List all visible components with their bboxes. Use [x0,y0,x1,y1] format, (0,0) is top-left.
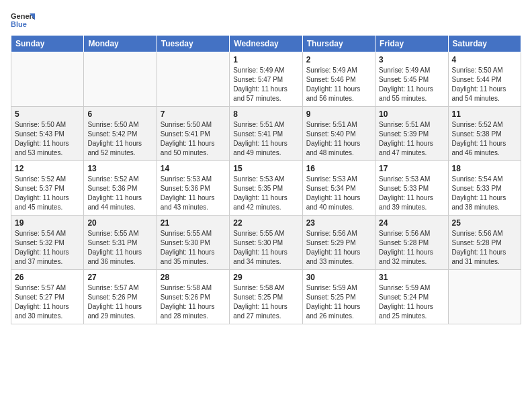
day-number: 8 [233,109,298,119]
day-number: 16 [306,164,371,173]
calendar-cell: 25 Sunrise: 5:56 AMSunset: 5:28 PMDaylig… [448,216,521,270]
calendar-cell: 14 Sunrise: 5:53 AMSunset: 5:36 PMDaylig… [157,161,229,216]
calendar-cell: 21 Sunrise: 5:55 AMSunset: 5:30 PMDaylig… [157,216,229,270]
calendar-cell: 7 Sunrise: 5:50 AMSunset: 5:41 PMDayligh… [157,107,229,161]
page-header: General Blue [11,11,521,30]
svg-text:Blue: Blue [11,20,27,28]
day-number: 21 [161,218,226,228]
day-info: Sunrise: 5:55 AMSunset: 5:30 PMDaylight:… [233,229,298,267]
calendar-cell: 19 Sunrise: 5:54 AMSunset: 5:32 PMDaylig… [11,216,84,270]
day-info: Sunrise: 5:52 AMSunset: 5:37 PMDaylight:… [15,175,80,212]
calendar-cell: 13 Sunrise: 5:52 AMSunset: 5:36 PMDaylig… [84,161,157,216]
day-number: 17 [379,164,444,173]
calendar-cell: 29 Sunrise: 5:58 AMSunset: 5:25 PMDaylig… [230,270,302,324]
day-info: Sunrise: 5:57 AMSunset: 5:26 PMDaylight:… [87,283,152,321]
day-number: 4 [452,55,517,64]
calendar-cell [157,52,229,107]
day-number: 12 [15,164,80,173]
day-number: 7 [161,109,226,119]
logo-icon: General Blue [11,11,35,30]
calendar-week-row: 19 Sunrise: 5:54 AMSunset: 5:32 PMDaylig… [11,216,521,270]
calendar-cell: 31 Sunrise: 5:59 AMSunset: 5:24 PMDaylig… [375,270,448,324]
day-info: Sunrise: 5:49 AMSunset: 5:46 PMDaylight:… [306,66,371,103]
weekday-header: Saturday [448,36,521,52]
day-number: 3 [379,55,444,64]
calendar-cell: 12 Sunrise: 5:52 AMSunset: 5:37 PMDaylig… [11,161,84,216]
day-info: Sunrise: 5:54 AMSunset: 5:33 PMDaylight:… [452,175,517,212]
day-info: Sunrise: 5:58 AMSunset: 5:25 PMDaylight:… [233,283,298,321]
calendar-table: SundayMondayTuesdayWednesdayThursdayFrid… [11,35,521,324]
day-number: 15 [233,164,298,173]
calendar-cell: 15 Sunrise: 5:53 AMSunset: 5:35 PMDaylig… [230,161,302,216]
day-number: 9 [306,109,371,119]
calendar-cell [11,52,84,107]
day-number: 18 [452,164,517,173]
calendar-cell: 22 Sunrise: 5:55 AMSunset: 5:30 PMDaylig… [230,216,302,270]
day-info: Sunrise: 5:52 AMSunset: 5:36 PMDaylight:… [87,175,152,212]
calendar-week-row: 5 Sunrise: 5:50 AMSunset: 5:43 PMDayligh… [11,107,521,161]
day-number: 22 [233,218,298,228]
day-number: 1 [233,55,298,64]
day-number: 10 [379,109,444,119]
day-info: Sunrise: 5:55 AMSunset: 5:31 PMDaylight:… [87,229,152,267]
calendar-cell: 4 Sunrise: 5:50 AMSunset: 5:44 PMDayligh… [448,52,521,107]
day-info: Sunrise: 5:50 AMSunset: 5:44 PMDaylight:… [452,66,517,103]
day-number: 13 [87,164,152,173]
day-info: Sunrise: 5:56 AMSunset: 5:28 PMDaylight:… [452,229,517,267]
day-number: 2 [306,55,371,64]
day-info: Sunrise: 5:52 AMSunset: 5:38 PMDaylight:… [452,120,517,158]
calendar-cell: 23 Sunrise: 5:56 AMSunset: 5:29 PMDaylig… [302,216,375,270]
day-info: Sunrise: 5:55 AMSunset: 5:30 PMDaylight:… [161,229,226,267]
calendar-week-row: 1 Sunrise: 5:49 AMSunset: 5:47 PMDayligh… [11,52,521,107]
weekday-header: Friday [375,36,448,52]
day-number: 19 [15,218,80,228]
day-number: 26 [15,273,80,282]
calendar-cell: 10 Sunrise: 5:51 AMSunset: 5:39 PMDaylig… [375,107,448,161]
day-info: Sunrise: 5:50 AMSunset: 5:41 PMDaylight:… [161,120,226,158]
day-info: Sunrise: 5:51 AMSunset: 5:39 PMDaylight:… [379,120,444,158]
day-number: 24 [379,218,444,228]
calendar-cell: 3 Sunrise: 5:49 AMSunset: 5:45 PMDayligh… [375,52,448,107]
day-info: Sunrise: 5:53 AMSunset: 5:36 PMDaylight:… [161,175,226,212]
day-number: 30 [306,273,371,282]
day-number: 25 [452,218,517,228]
calendar-cell: 28 Sunrise: 5:58 AMSunset: 5:26 PMDaylig… [157,270,229,324]
calendar-cell: 11 Sunrise: 5:52 AMSunset: 5:38 PMDaylig… [448,107,521,161]
day-info: Sunrise: 5:56 AMSunset: 5:28 PMDaylight:… [379,229,444,267]
calendar-cell [84,52,157,107]
day-number: 5 [15,109,80,119]
calendar-cell: 9 Sunrise: 5:51 AMSunset: 5:40 PMDayligh… [302,107,375,161]
calendar-cell: 16 Sunrise: 5:53 AMSunset: 5:34 PMDaylig… [302,161,375,216]
day-info: Sunrise: 5:56 AMSunset: 5:29 PMDaylight:… [306,229,371,267]
day-info: Sunrise: 5:51 AMSunset: 5:41 PMDaylight:… [233,120,298,158]
calendar-cell: 8 Sunrise: 5:51 AMSunset: 5:41 PMDayligh… [230,107,302,161]
calendar-cell: 20 Sunrise: 5:55 AMSunset: 5:31 PMDaylig… [84,216,157,270]
calendar-cell: 26 Sunrise: 5:57 AMSunset: 5:27 PMDaylig… [11,270,84,324]
day-number: 6 [87,109,152,119]
calendar-cell: 1 Sunrise: 5:49 AMSunset: 5:47 PMDayligh… [230,52,302,107]
day-info: Sunrise: 5:53 AMSunset: 5:34 PMDaylight:… [306,175,371,212]
day-info: Sunrise: 5:57 AMSunset: 5:27 PMDaylight:… [15,283,80,321]
day-info: Sunrise: 5:54 AMSunset: 5:32 PMDaylight:… [15,229,80,267]
calendar-cell: 5 Sunrise: 5:50 AMSunset: 5:43 PMDayligh… [11,107,84,161]
calendar-cell: 17 Sunrise: 5:53 AMSunset: 5:33 PMDaylig… [375,161,448,216]
day-number: 11 [452,109,517,119]
day-info: Sunrise: 5:50 AMSunset: 5:42 PMDaylight:… [87,120,152,158]
day-info: Sunrise: 5:53 AMSunset: 5:35 PMDaylight:… [233,175,298,212]
calendar-cell: 18 Sunrise: 5:54 AMSunset: 5:33 PMDaylig… [448,161,521,216]
calendar-cell: 2 Sunrise: 5:49 AMSunset: 5:46 PMDayligh… [302,52,375,107]
day-info: Sunrise: 5:59 AMSunset: 5:25 PMDaylight:… [306,283,371,321]
day-info: Sunrise: 5:59 AMSunset: 5:24 PMDaylight:… [379,283,444,321]
weekday-header: Sunday [11,36,84,52]
calendar-cell: 27 Sunrise: 5:57 AMSunset: 5:26 PMDaylig… [84,270,157,324]
weekday-header: Tuesday [157,36,229,52]
day-info: Sunrise: 5:58 AMSunset: 5:26 PMDaylight:… [161,283,226,321]
svg-text:General: General [11,12,35,20]
day-info: Sunrise: 5:53 AMSunset: 5:33 PMDaylight:… [379,175,444,212]
day-number: 31 [379,273,444,282]
calendar-week-row: 12 Sunrise: 5:52 AMSunset: 5:37 PMDaylig… [11,161,521,216]
weekday-header: Wednesday [230,36,302,52]
calendar-cell [448,270,521,324]
calendar-week-row: 26 Sunrise: 5:57 AMSunset: 5:27 PMDaylig… [11,270,521,324]
weekday-header: Monday [84,36,157,52]
